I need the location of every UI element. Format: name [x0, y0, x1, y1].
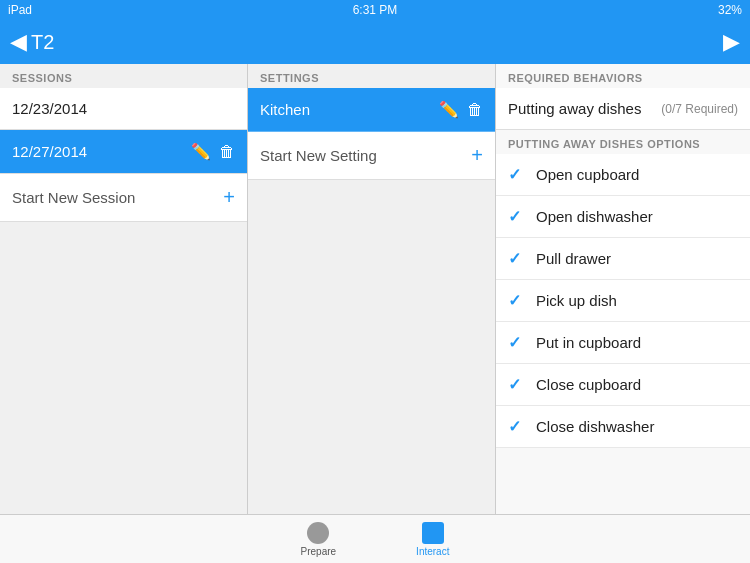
prepare-icon	[307, 522, 329, 544]
option-label: Put in cupboard	[536, 334, 641, 351]
delete-setting-icon[interactable]: 🗑	[467, 101, 483, 119]
session-date: 12/23/2014	[12, 100, 87, 117]
check-icon: ✓	[508, 207, 526, 226]
behavior-option-pick-up-dish[interactable]: ✓ Pick up dish	[496, 280, 750, 322]
status-bar: iPad 6:31 PM 32%	[0, 0, 750, 20]
check-icon: ✓	[508, 375, 526, 394]
settings-column: SETTINGS Kitchen ✏️ 🗑 Start New Setting …	[248, 64, 496, 514]
options-header: PUTTING AWAY DISHES OPTIONS	[496, 130, 750, 154]
battery-label: 32%	[718, 3, 742, 17]
delete-session-icon[interactable]: 🗑	[219, 143, 235, 161]
nav-bar: ◀ T2 ▶	[0, 20, 750, 64]
option-label: Pick up dish	[536, 292, 617, 309]
start-new-setting-row[interactable]: Start New Setting +	[248, 132, 495, 180]
tab-interact[interactable]: Interact	[416, 522, 449, 557]
behavior-option-put-in-cupboard[interactable]: ✓ Put in cupboard	[496, 322, 750, 364]
behavior-option-close-cupboard[interactable]: ✓ Close cupboard	[496, 364, 750, 406]
nav-back-button[interactable]: ◀ T2	[10, 29, 54, 55]
behavior-title: Putting away dishes	[508, 100, 641, 117]
behavior-count: (0/7 Required)	[661, 102, 738, 116]
option-label: Open cupboard	[536, 166, 639, 183]
tab-prepare[interactable]: Prepare	[301, 522, 337, 557]
setting-actions: ✏️ 🗑	[439, 100, 483, 119]
edit-session-icon[interactable]: ✏️	[191, 142, 211, 161]
session-actions: ✏️ 🗑	[191, 142, 235, 161]
nav-title: T2	[31, 31, 54, 54]
sessions-header: SESSIONS	[0, 64, 247, 88]
setting-name: Kitchen	[260, 101, 310, 118]
tab-prepare-label: Prepare	[301, 546, 337, 557]
behavior-option-open-dishwasher[interactable]: ✓ Open dishwasher	[496, 196, 750, 238]
check-icon: ✓	[508, 333, 526, 352]
main-content: SESSIONS 12/23/2014 12/27/2014 ✏️ 🗑 Star…	[0, 64, 750, 514]
time-label: 6:31 PM	[353, 3, 398, 17]
tab-bar: Prepare Interact	[0, 514, 750, 563]
check-icon: ✓	[508, 291, 526, 310]
option-label: Close dishwasher	[536, 418, 654, 435]
start-new-setting-label: Start New Setting	[260, 147, 377, 164]
check-icon: ✓	[508, 249, 526, 268]
behavior-option-open-cupboard[interactable]: ✓ Open cupboard	[496, 154, 750, 196]
session-item-selected[interactable]: 12/27/2014 ✏️ 🗑	[0, 130, 247, 174]
check-icon: ✓	[508, 165, 526, 184]
add-setting-icon[interactable]: +	[471, 144, 483, 167]
behavior-title-row[interactable]: Putting away dishes (0/7 Required)	[496, 88, 750, 130]
behavior-option-pull-drawer[interactable]: ✓ Pull drawer	[496, 238, 750, 280]
nav-forward-button[interactable]: ▶	[723, 29, 740, 55]
setting-item-kitchen[interactable]: Kitchen ✏️ 🗑	[248, 88, 495, 132]
option-label: Open dishwasher	[536, 208, 653, 225]
behaviors-header: REQUIRED BEHAVIORS	[496, 64, 750, 88]
option-label: Pull drawer	[536, 250, 611, 267]
check-icon: ✓	[508, 417, 526, 436]
behaviors-column: REQUIRED BEHAVIORS Putting away dishes (…	[496, 64, 750, 514]
option-label: Close cupboard	[536, 376, 641, 393]
back-chevron-icon: ◀	[10, 29, 27, 55]
interact-icon	[422, 522, 444, 544]
add-session-icon[interactable]: +	[223, 186, 235, 209]
sessions-column: SESSIONS 12/23/2014 12/27/2014 ✏️ 🗑 Star…	[0, 64, 248, 514]
session-date-selected: 12/27/2014	[12, 143, 87, 160]
settings-header: SETTINGS	[248, 64, 495, 88]
device-label: iPad	[8, 3, 32, 17]
behavior-option-close-dishwasher[interactable]: ✓ Close dishwasher	[496, 406, 750, 448]
start-new-session-row[interactable]: Start New Session +	[0, 174, 247, 222]
session-item[interactable]: 12/23/2014	[0, 88, 247, 130]
tab-interact-label: Interact	[416, 546, 449, 557]
edit-setting-icon[interactable]: ✏️	[439, 100, 459, 119]
start-new-session-label: Start New Session	[12, 189, 135, 206]
